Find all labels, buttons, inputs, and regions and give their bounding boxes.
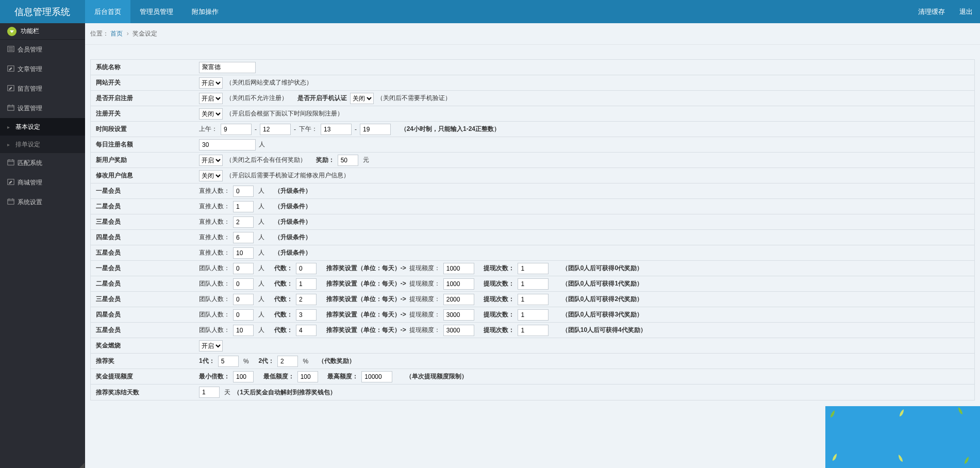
topnav-item-2[interactable]: 附加操作 [182,0,228,23]
star-direct-input-2[interactable] [233,216,254,228]
wd-input-1[interactable] [443,278,474,290]
row-star-direct-3-ctrl: 直推人数： 人 （升级条件） [199,232,974,243]
time-pm-start[interactable] [321,124,352,135]
reg-switch-hint: （关闭后不允许注册） [226,94,288,103]
gen-input-1[interactable] [296,278,317,290]
time-pm-end[interactable] [360,124,391,135]
row-reg-toggle-label: 注册开关 [91,109,199,118]
times-input-3[interactable] [518,309,549,321]
sidebar-item-3[interactable]: 设置管理 [0,98,85,118]
team-input-1[interactable] [233,278,254,290]
sidebar-item-4[interactable]: 匹配系统 [0,153,85,173]
new-user-select[interactable]: 开启关闭 [199,155,223,166]
topnav-right-item-1[interactable]: 退出 [952,0,980,23]
star-direct-input-0[interactable] [233,186,254,197]
new-user-award-input[interactable] [338,155,358,166]
sidebar-collapse-icon[interactable] [7,27,16,36]
team-tail-1: （团队0人后可获得1代奖励） [562,279,643,288]
sidebar-item-6[interactable]: 系统设置 [0,192,85,212]
phone-auth-select[interactable]: 开启关闭 [350,93,374,104]
pad-sd-3 [268,234,271,241]
sidebar-item-1[interactable]: 文章管理 [0,59,85,79]
row-star-team-0-ctrl: 团队人数： 人 代数： 推荐奖设置（单位：每天）-> 提现额度： 提现次数： （… [199,263,974,274]
gen-input-2[interactable] [296,294,317,305]
star-direct-input-3[interactable] [233,232,254,243]
sidebar-item-0[interactable]: 会员管理 [0,40,85,59]
times-input-0[interactable] [518,263,549,274]
rec-label-3: 推荐奖设置（单位：每天）-> [326,310,406,319]
settings-form: 系统名称网站开关开启关闭（关闭后网站变成了维护状态）是否开启注册开启关闭（关闭后… [90,59,975,400]
daily-quota-input[interactable] [199,139,256,151]
ref-g1-input[interactable] [218,356,239,367]
wd-label-4: 提现额度： [409,326,440,335]
wd-min-input[interactable] [297,371,318,382]
topnav-item-1[interactable]: 管理员管理 [130,0,182,23]
sidebar-item-label: 会员管理 [18,45,42,54]
row-star-direct-2: 三星会员直推人数： 人 （升级条件） [91,214,974,230]
row-ref-label: 推荐奖 [91,357,199,365]
wd-input-2[interactable] [443,294,474,305]
burn-select[interactable]: 开启关闭 [199,340,223,352]
reg-switch-select[interactable]: 开启关闭 [199,93,223,104]
row-wd-amt-label: 奖金提现额度 [91,372,199,381]
pad-t2-2 [320,296,323,303]
pad-t1-1 [268,280,271,288]
edit-user-select[interactable]: 开启关闭 [199,170,223,181]
star-direct-input-4[interactable] [233,247,254,259]
ref-g2-input[interactable] [277,356,298,367]
star-direct-label-3: 直推人数： [199,233,230,242]
team-unit-4: 人 [257,326,264,335]
breadcrumb-home[interactable]: 首页 [110,30,123,37]
row-star-direct-0: 一星会员直推人数： 人 （升级条件） [91,183,974,199]
sidebar-resizer-icon[interactable] [79,463,85,468]
gen-label-4: 代数： [274,326,293,335]
team-input-2[interactable] [233,294,254,305]
pad-t3-0 [477,265,481,272]
sidebar-sub-item-3-0[interactable]: ▸基本设定 [0,118,85,136]
wd-max-input[interactable] [361,371,392,382]
freeze-hint: （1天后奖金自动解封到推荐奖钱包） [234,388,336,397]
site-switch-select[interactable]: 开启关闭 [199,77,223,89]
wd-input-0[interactable] [443,263,474,274]
topnav-item-0[interactable]: 后台首页 [85,0,130,23]
team-input-3[interactable] [233,309,254,321]
sidebar-item-5[interactable]: 商城管理 [0,173,85,192]
dash2: - [355,126,357,133]
wd-input-4[interactable] [443,325,474,336]
row-time-range-ctrl: 上午：--下午：- （24小时制，只能输入1-24正整数） [199,124,974,135]
row-star-team-2: 三星会员团队人数： 人 代数： 推荐奖设置（单位：每天）-> 提现额度： 提现次… [91,292,974,307]
row-star-direct-1: 二星会员直推人数： 人 （升级条件） [91,199,974,214]
freeze-input[interactable] [199,387,220,398]
times-input-1[interactable] [518,278,549,290]
system-name-input[interactable] [199,62,256,73]
gen-input-0[interactable] [296,263,317,274]
row-daily-quota-ctrl: 人 [199,139,974,151]
times-input-4[interactable] [518,325,549,336]
times-input-2[interactable] [518,294,549,305]
row-time-range-label: 时间段设置 [91,125,199,133]
sidebar: 功能栏 会员管理文章管理留言管理设置管理▸基本设定▸排单设定匹配系统商城管理系统… [0,23,85,468]
row-star-direct-3-label: 四星会员 [91,233,199,242]
reg-toggle-select[interactable]: 开启关闭 [199,108,223,120]
list-icon [7,45,18,54]
gen-input-3[interactable] [296,309,317,321]
topnav: 后台首页管理员管理附加操作 [85,0,228,23]
star-direct-hint-2: （升级条件） [274,218,311,226]
row-edit-user-ctrl: 开启关闭（开启以后需要手机验证才能修改用户信息） [199,170,974,181]
sidebar-item-2[interactable]: 留言管理 [0,79,85,98]
pad-w2 [321,373,325,380]
team-tail-2: （团队0人后可获得2代奖励） [562,295,643,304]
wd-minmul-input[interactable] [233,371,254,382]
breadcrumb-sep: › [127,30,129,37]
star-direct-label-2: 直推人数： [199,218,230,226]
topnav-right-item-0[interactable]: 清理缓存 [911,0,952,23]
sidebar-sub-item-3-1[interactable]: ▸排单设定 [0,136,85,153]
time-am-start[interactable] [221,124,252,135]
star-direct-input-1[interactable] [233,201,254,212]
pad-t4-3 [552,311,558,319]
gen-input-4[interactable] [296,325,317,336]
team-input-0[interactable] [233,263,254,274]
wd-input-3[interactable] [443,309,474,321]
time-am-end[interactable] [260,124,291,135]
team-input-4[interactable] [233,325,254,336]
